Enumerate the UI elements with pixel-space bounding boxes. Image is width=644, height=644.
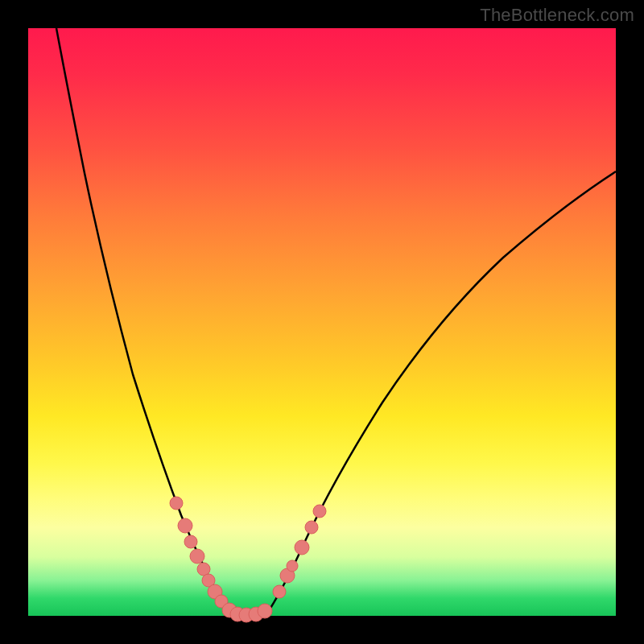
svg-point-17 xyxy=(305,521,318,534)
svg-point-0 xyxy=(170,497,183,510)
svg-point-18 xyxy=(313,505,326,518)
svg-point-12 xyxy=(258,604,272,618)
svg-point-16 xyxy=(295,540,309,555)
right-curve xyxy=(270,171,616,609)
svg-point-3 xyxy=(190,549,204,564)
left-curve xyxy=(56,28,229,612)
markers-left xyxy=(170,497,228,608)
svg-point-15 xyxy=(287,560,298,572)
plot-area xyxy=(28,28,616,616)
svg-point-13 xyxy=(273,585,286,598)
svg-point-1 xyxy=(178,518,192,533)
watermark-text: TheBottleneck.com xyxy=(480,5,634,26)
markers-right xyxy=(273,505,326,598)
chart-frame: TheBottleneck.com xyxy=(0,0,644,644)
svg-point-2 xyxy=(184,535,197,548)
markers-valley xyxy=(222,603,272,622)
curve-svg xyxy=(28,28,616,616)
